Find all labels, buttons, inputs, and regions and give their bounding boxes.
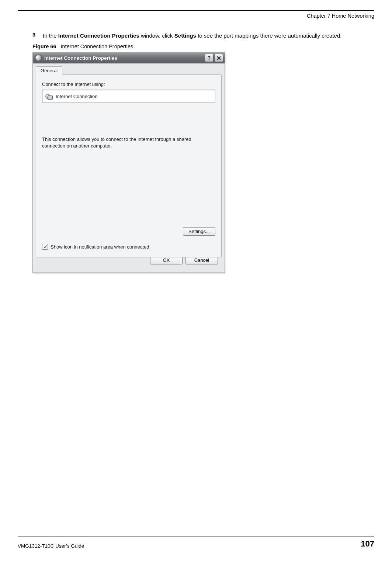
network-icon (45, 93, 52, 99)
help-icon: ? (208, 55, 211, 61)
figure-caption: Figure 66 Internet Connection Properties (32, 44, 363, 49)
tab-panel-general: General Connect to the Internet using: I… (36, 74, 222, 257)
instruction-step: 3 In the Internet Connection Properties … (32, 31, 363, 40)
show-icon-label: Show icon in notification area when conn… (51, 244, 149, 250)
connection-list[interactable]: Internet Connection (42, 90, 215, 103)
connection-description: This connection allows you to connect to… (42, 136, 212, 149)
app-icon (35, 55, 42, 61)
titlebar[interactable]: Internet Connection Properties ? (33, 53, 225, 63)
settings-button[interactable]: Settings... (183, 227, 215, 236)
show-icon-checkbox[interactable] (42, 244, 48, 250)
connection-name: Internet Connection (56, 94, 97, 99)
step-text: In the Internet Connection Properties wi… (43, 31, 341, 40)
step-bold-1: Internet Connection Properties (58, 32, 139, 39)
figure-label: Figure 66 (32, 44, 56, 49)
step-text-part: window, click (139, 32, 174, 39)
figure-title: Internet Connection Properties (61, 44, 133, 49)
dialog-window: Internet Connection Properties ? General… (32, 52, 225, 273)
page-number: 107 (361, 539, 374, 549)
step-bold-2: Settings (174, 32, 196, 39)
connect-using-label: Connect to the Internet using: (42, 81, 215, 87)
step-text-part: In the (43, 32, 58, 39)
close-button[interactable] (214, 54, 223, 62)
chapter-header: Chapter 7 Home Networking (18, 13, 374, 19)
footer-guide-name: VMG1312-T10C User’s Guide (18, 543, 84, 549)
step-number: 3 (32, 31, 38, 38)
help-button[interactable]: ? (205, 54, 214, 62)
step-text-part: to see the port mappings there were auto… (196, 32, 341, 39)
window-title: Internet Connection Properties (44, 55, 204, 61)
tab-general[interactable]: General (36, 66, 62, 75)
close-icon (217, 56, 221, 60)
check-icon (43, 245, 47, 249)
